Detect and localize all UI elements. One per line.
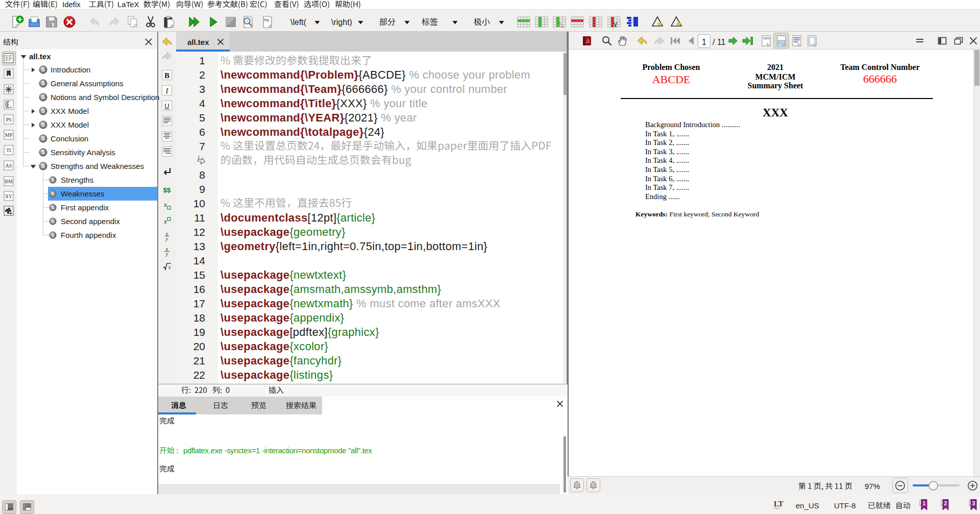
svg-text:LT: LT (774, 500, 783, 508)
svg-text:2: 2 (944, 500, 947, 506)
svg-text:y: y (165, 236, 168, 241)
svg-text:S: S (41, 108, 45, 114)
svg-text:B: B (164, 71, 169, 80)
svg-text:3: 3 (972, 500, 975, 506)
svg-text:x: x (168, 264, 171, 270)
svg-text:S: S (41, 163, 45, 169)
svg-text:MP: MP (5, 132, 13, 138)
svg-text:S: S (41, 150, 45, 155)
svg-text:1: 1 (923, 500, 926, 506)
svg-text:S: S (41, 122, 45, 128)
svg-text:AS: AS (6, 163, 12, 168)
svg-text:XY: XY (5, 193, 12, 199)
svg-text:$$: $$ (163, 186, 171, 194)
svg-text:BM: BM (5, 179, 13, 184)
svg-text:S: S (51, 205, 54, 210)
svg-text:S: S (41, 136, 45, 141)
svg-text:S: S (51, 191, 54, 197)
svg-text:PS: PS (6, 117, 11, 123)
svg-text:S: S (51, 178, 54, 183)
svg-text:x: x (163, 201, 167, 208)
svg-text:100%: 100% (763, 37, 770, 40)
svg-text:U: U (164, 102, 169, 110)
svg-text:y: y (165, 251, 168, 257)
svg-text:S: S (41, 67, 45, 72)
svg-text:I: I (165, 87, 169, 95)
svg-text:S: S (51, 233, 54, 238)
svg-text:S: S (41, 94, 45, 100)
svg-text:log: log (264, 18, 268, 22)
svg-text:S: S (51, 219, 54, 224)
svg-text:TI: TI (6, 148, 11, 153)
svg-text:S: S (41, 81, 45, 86)
svg-text:x: x (163, 217, 167, 225)
